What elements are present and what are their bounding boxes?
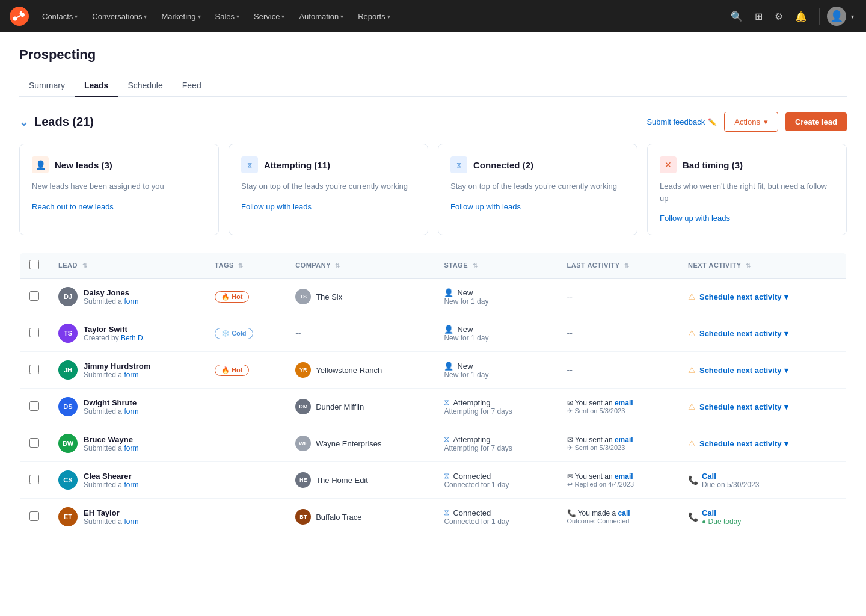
nav-reports[interactable]: Reports ▾ <box>352 8 396 25</box>
attempting-follow-up-link[interactable]: Follow up with leads <box>241 202 416 211</box>
company-name[interactable]: Buffalo Trace <box>316 513 361 522</box>
nav-service[interactable]: Service ▾ <box>248 8 290 25</box>
row-checkbox-3[interactable] <box>29 401 39 411</box>
activity-date: ↩ Replied on 4/4/2023 <box>567 481 669 488</box>
schedule-next-activity-btn[interactable]: Schedule next activity ▾ <box>699 292 788 301</box>
nav-automation[interactable]: Automation ▾ <box>293 8 349 25</box>
form-link[interactable]: form <box>124 517 138 526</box>
lead-sort-icon[interactable]: ⇅ <box>82 262 88 269</box>
hubspot-logo[interactable] <box>10 7 29 26</box>
schedule-next-activity-btn[interactable]: Schedule next activity ▾ <box>699 402 788 411</box>
lead-name[interactable]: EH Taylor <box>84 508 138 517</box>
lead-name[interactable]: Daisy Jones <box>84 288 138 297</box>
marketplace-icon[interactable]: ⊞ <box>750 7 767 26</box>
stage-hourglass-icon: ⧖ <box>444 471 449 481</box>
company-name[interactable]: Wayne Enterprises <box>316 439 381 448</box>
stage-duration: New for 1 day <box>444 371 547 379</box>
form-link[interactable]: form <box>124 407 138 416</box>
call-label[interactable]: Call <box>702 472 759 481</box>
lead-name[interactable]: Dwight Shrute <box>84 398 138 407</box>
schedule-next-activity-btn[interactable]: Schedule next activity ▾ <box>699 329 788 338</box>
stage-hourglass-icon: ⧖ <box>444 434 449 444</box>
row-checkbox-2[interactable] <box>29 365 39 374</box>
form-link[interactable]: form <box>124 371 138 379</box>
form-link[interactable]: form <box>124 444 138 452</box>
row-checkbox-0[interactable] <box>29 291 39 301</box>
email-link[interactable]: email <box>615 399 633 407</box>
user-avatar[interactable]: 👤 <box>827 7 846 26</box>
tags-sort-icon[interactable]: ⇅ <box>238 262 244 269</box>
stage-cell: 👤 New New for 1 day <box>434 352 557 389</box>
stage-sort-icon[interactable]: ⇅ <box>473 262 478 269</box>
next-activity-container: ⚠ Schedule next activity ▾ <box>688 402 837 411</box>
nav-marketing[interactable]: Marketing ▾ <box>155 8 206 25</box>
tags-cell <box>205 462 286 499</box>
last-activity-cell: -- <box>557 352 678 389</box>
notifications-icon[interactable]: 🔔 <box>790 7 812 26</box>
row-checkbox-1[interactable] <box>29 328 39 337</box>
tag-hot[interactable]: 🔥 Hot <box>215 365 249 376</box>
form-link[interactable]: form <box>124 297 138 306</box>
tag-cold[interactable]: ❄️ Cold <box>215 328 253 339</box>
activity-date: ✈ Sent on 5/3/2023 <box>567 407 669 415</box>
card-bad-timing: ✕ Bad timing (3) Leads who weren't the r… <box>647 144 847 235</box>
lead-name[interactable]: Jimmy Hurdstrom <box>84 362 150 371</box>
call-due-icon: 📞 <box>688 512 698 522</box>
connected-follow-up-link[interactable]: Follow up with leads <box>450 202 625 211</box>
tags-cell <box>205 389 286 425</box>
company-name[interactable]: Yellowstone Ranch <box>316 366 382 375</box>
call-link[interactable]: call <box>618 509 630 517</box>
leads-collapse-icon[interactable]: ⌄ <box>19 116 28 129</box>
tab-feed[interactable]: Feed <box>173 75 211 97</box>
col-stage: STAGE ⇅ <box>434 253 557 279</box>
row-checkbox-5[interactable] <box>29 475 39 484</box>
lead-name[interactable]: Bruce Wayne <box>84 435 138 444</box>
row-checkbox-4[interactable] <box>29 438 39 448</box>
settings-icon[interactable]: ⚙ <box>770 7 788 26</box>
next-activity-sort-icon[interactable]: ⇅ <box>746 262 751 269</box>
form-link[interactable]: form <box>124 481 138 489</box>
top-navigation: Contacts ▾ Conversations ▾ Marketing ▾ S… <box>0 0 866 32</box>
schedule-next-activity-btn[interactable]: Schedule next activity ▾ <box>699 366 788 375</box>
lead-name[interactable]: Taylor Swift <box>84 325 145 334</box>
actions-button[interactable]: Actions ▾ <box>724 112 778 132</box>
account-chevron-icon[interactable]: ▾ <box>849 13 856 20</box>
tab-schedule[interactable]: Schedule <box>118 75 172 97</box>
stage-duration: New for 1 day <box>444 334 547 342</box>
tab-leads[interactable]: Leads <box>75 75 118 97</box>
bad-timing-follow-up-link[interactable]: Follow up with leads <box>660 214 834 223</box>
company-name[interactable]: Dunder Mifflin <box>316 402 364 411</box>
last-activity-cell: ✉ You sent an email ✈ Sent on 5/3/2023 <box>557 389 678 425</box>
no-company: -- <box>295 328 301 338</box>
stage-person-icon: 👤 <box>444 325 453 334</box>
attempting-icon: ⧖ <box>241 156 258 173</box>
lead-name[interactable]: Clea Shearer <box>84 472 138 481</box>
submit-feedback-link[interactable]: Submit feedback ✏️ <box>646 117 717 126</box>
tag-hot[interactable]: 🔥 Hot <box>215 291 249 303</box>
row-checkbox-6[interactable] <box>29 511 39 521</box>
search-icon[interactable]: 🔍 <box>726 7 748 26</box>
new-leads-icon: 👤 <box>32 156 49 173</box>
company-cell: TS The Six <box>286 279 434 315</box>
email-link[interactable]: email <box>615 472 633 481</box>
select-all-checkbox[interactable] <box>29 260 39 270</box>
company-name[interactable]: The Home Edit <box>316 476 368 485</box>
col-tags: TAGS ⇅ <box>205 253 286 279</box>
email-link[interactable]: email <box>615 436 633 444</box>
lead-source: Submitted a form <box>84 444 138 452</box>
schedule-next-activity-btn[interactable]: Schedule next activity ▾ <box>699 439 788 448</box>
nav-contacts[interactable]: Contacts ▾ <box>36 8 84 25</box>
create-lead-button[interactable]: Create lead <box>785 112 847 131</box>
nav-divider <box>819 8 820 25</box>
tab-summary[interactable]: Summary <box>19 75 75 97</box>
company-name[interactable]: The Six <box>316 292 342 301</box>
nav-sales[interactable]: Sales ▾ <box>209 8 246 25</box>
last-activity-cell: 📞 You made a call Outcome: Connected <box>557 499 678 535</box>
person-link[interactable]: Beth D. <box>121 334 145 342</box>
company-sort-icon[interactable]: ⇅ <box>335 262 340 269</box>
company-cell: -- <box>286 315 434 352</box>
reach-out-link[interactable]: Reach out to new leads <box>32 202 206 211</box>
last-activity-sort-icon[interactable]: ⇅ <box>624 262 630 269</box>
call-due-label[interactable]: Call <box>702 508 741 517</box>
nav-conversations[interactable]: Conversations ▾ <box>86 8 153 25</box>
